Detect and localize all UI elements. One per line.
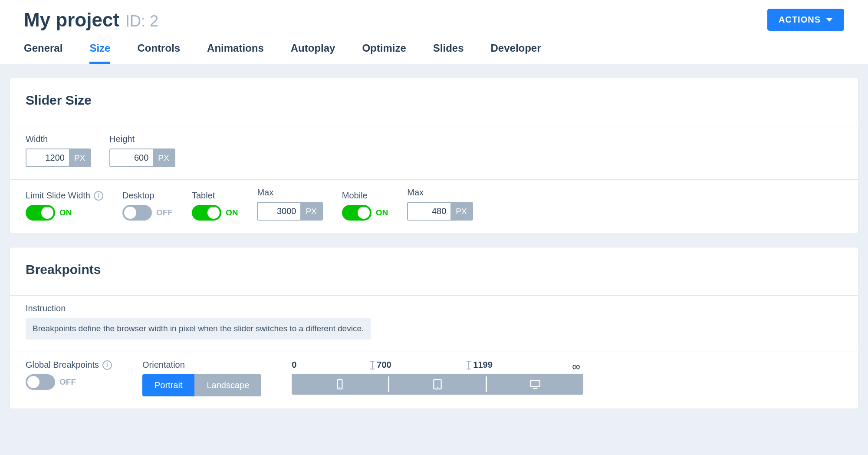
tablet-state: ON: [226, 208, 238, 218]
text-cursor-icon: [466, 361, 471, 369]
actions-label: ACTIONS: [779, 15, 821, 25]
tablet-label: Tablet: [192, 191, 238, 201]
desktop-state: OFF: [156, 208, 173, 218]
height-label: Height: [109, 134, 175, 144]
global-breakpoints-label: Global Breakpoints: [26, 360, 99, 370]
info-icon[interactable]: i: [102, 360, 112, 370]
info-icon[interactable]: i: [94, 191, 103, 201]
tablet-max-input[interactable]: [258, 203, 300, 220]
slider-size-title: Slider Size: [10, 78, 858, 126]
chevron-down-icon: [826, 18, 833, 22]
tab-animations[interactable]: Animations: [207, 37, 264, 64]
tab-controls[interactable]: Controls: [137, 37, 180, 64]
tablet-icon: [432, 379, 443, 390]
instruction-text: Breakpoints define the browser width in …: [26, 318, 371, 340]
desktop-toggle[interactable]: [122, 205, 152, 221]
bp-mid2[interactable]: 1199: [473, 360, 493, 370]
tab-slides[interactable]: Slides: [433, 37, 464, 64]
tablet-max-label: Max: [257, 188, 322, 198]
limit-slide-width-label: Limit Slide Width: [26, 191, 90, 201]
page-title: My project: [24, 9, 119, 31]
instruction-label: Instruction: [26, 303, 842, 313]
global-breakpoints-toggle[interactable]: [26, 374, 55, 390]
actions-button[interactable]: ACTIONS: [767, 9, 844, 31]
bp-start: 0: [292, 360, 296, 370]
text-cursor-icon: [370, 361, 375, 369]
desktop-icon: [529, 379, 541, 390]
tablet-toggle[interactable]: [192, 205, 221, 221]
width-input[interactable]: [26, 149, 69, 166]
tab-general[interactable]: General: [24, 37, 62, 64]
breakpoints-bar[interactable]: [292, 374, 583, 395]
tab-size[interactable]: Size: [89, 37, 110, 64]
height-input[interactable]: [110, 149, 153, 166]
mobile-max-input[interactable]: [408, 203, 450, 220]
tab-autoplay[interactable]: Autoplay: [291, 37, 335, 64]
breakpoints-panel: Breakpoints Instruction Breakpoints defi…: [10, 247, 858, 409]
breakpoints-title: Breakpoints: [10, 247, 858, 296]
limit-slide-width-toggle[interactable]: [26, 205, 55, 221]
tab-optimize[interactable]: Optimize: [362, 37, 406, 64]
mobile-max-unit: PX: [450, 203, 472, 220]
mobile-toggle[interactable]: [342, 205, 372, 221]
tab-developer[interactable]: Developer: [491, 37, 541, 64]
desktop-label: Desktop: [122, 191, 173, 201]
global-state: OFF: [59, 377, 76, 387]
width-label: Width: [26, 134, 91, 144]
tabs: General Size Controls Animations Autopla…: [24, 37, 844, 64]
orientation-portrait[interactable]: Portrait: [142, 374, 194, 396]
height-unit: PX: [153, 149, 174, 166]
bp-end: ∞: [572, 360, 580, 373]
project-id: ID: 2: [125, 12, 158, 30]
orientation-landscape[interactable]: Landscape: [194, 374, 261, 396]
slider-size-panel: Slider Size Width PX Height PX: [10, 78, 858, 233]
mobile-label: Mobile: [342, 191, 388, 201]
svg-rect-4: [530, 380, 540, 386]
mobile-icon: [334, 379, 345, 390]
mobile-state: ON: [376, 208, 388, 218]
width-unit: PX: [69, 149, 90, 166]
limit-state: ON: [59, 208, 72, 218]
bp-mid1[interactable]: 700: [377, 360, 391, 370]
mobile-max-label: Max: [407, 188, 473, 198]
header: My project ID: 2 ACTIONS General Size Co…: [0, 0, 868, 64]
tablet-max-unit: PX: [300, 203, 322, 220]
orientation-label: Orientation: [142, 360, 261, 370]
